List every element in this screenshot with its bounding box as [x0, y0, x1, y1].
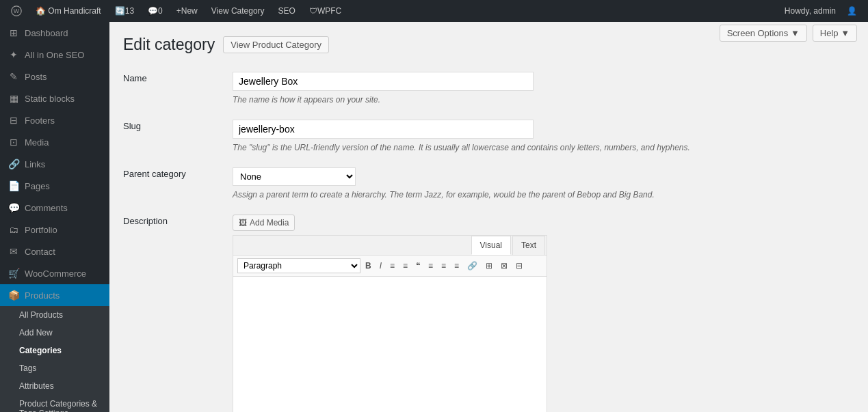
sidebar-item-links[interactable]: 🔗 Links: [0, 153, 109, 175]
edit-category-form: Name The name is how it appears on your …: [123, 65, 854, 412]
parent-category-row: Parent category None Assign a parent ter…: [123, 161, 854, 208]
products-submenu: All Products Add New Categories Tags Att…: [0, 306, 109, 412]
add-media-icon: 🖼: [239, 218, 247, 228]
description-editor: Visual Text Paragraph B I ≡: [233, 235, 547, 412]
sidebar-item-all-in-one-seo[interactable]: ✦ All in One SEO: [0, 44, 109, 66]
unordered-list-button[interactable]: ≡: [386, 259, 398, 273]
screen-options-button[interactable]: Screen Options ▼: [720, 25, 807, 42]
sidebar-item-static-blocks[interactable]: ▦ Static blocks: [0, 87, 109, 109]
products-icon: 📦: [8, 290, 19, 301]
footers-icon: ⊟: [8, 115, 19, 126]
align-right-button[interactable]: ≡: [451, 259, 462, 273]
parent-category-select[interactable]: None: [233, 167, 356, 186]
slug-description: The "slug" is the URL-friendly version o…: [233, 141, 854, 154]
name-row: Name The name is how it appears on your …: [123, 65, 854, 113]
comments-icon: 💬: [8, 202, 19, 213]
paragraph-select[interactable]: Paragraph: [237, 258, 360, 273]
contact-icon: ✉: [8, 246, 19, 257]
pages-icon: 📄: [8, 180, 19, 191]
adminbar-right: Howdy, admin 👤: [779, 6, 863, 16]
name-cell: The name is how it appears on your site.: [233, 65, 854, 113]
slug-input[interactable]: [233, 120, 534, 139]
sidebar-item-woocommerce[interactable]: 🛒 WooCommerce: [0, 262, 109, 284]
comments-link[interactable]: 💬 0: [142, 0, 168, 22]
link-button[interactable]: 🔗: [464, 259, 481, 273]
ordered-list-button[interactable]: ≡: [399, 259, 411, 273]
add-media-button[interactable]: 🖼 Add Media: [233, 215, 295, 231]
editor-toolbar: Paragraph B I ≡ ≡ ❝ ≡ ≡ ≡ 🔗: [233, 256, 547, 277]
seo-link[interactable]: SEO: [273, 0, 301, 22]
name-label: Name: [123, 65, 233, 113]
description-cell: 🖼 Add Media Visual Text: [233, 208, 854, 412]
name-input[interactable]: [233, 72, 534, 91]
align-center-button[interactable]: ≡: [438, 259, 449, 273]
fullscreen-button[interactable]: ⊟: [512, 259, 526, 273]
text-tab[interactable]: Text: [512, 236, 545, 255]
sidebar-item-portfolio[interactable]: 🗂 Portfolio: [0, 219, 109, 241]
more-button[interactable]: ⊠: [497, 259, 511, 273]
main-content: Screen Options ▼ Help ▼ Edit category Vi…: [109, 22, 868, 412]
sidebar-item-dashboard[interactable]: ⊞ Dashboard: [0, 22, 109, 44]
sidebar-item-posts[interactable]: ✎ Posts: [0, 66, 109, 87]
parent-category-description: Assign a parent term to create a hierarc…: [233, 189, 854, 201]
top-right-buttons: Screen Options ▼ Help ▼: [720, 25, 857, 42]
insert-table-button[interactable]: ⊞: [482, 259, 496, 273]
view-product-category-button[interactable]: View Product Category: [223, 36, 329, 53]
wp-logo[interactable]: W: [5, 0, 27, 22]
site-name[interactable]: 🏠 Om Handicraft: [30, 0, 107, 22]
woocommerce-icon: 🛒: [8, 268, 19, 279]
portfolio-icon: 🗂: [8, 224, 19, 235]
sidebar-item-footers[interactable]: ⊟ Footers: [0, 109, 109, 131]
editor-body[interactable]: [233, 277, 547, 412]
sidebar-item-pages[interactable]: 📄 Pages: [0, 175, 109, 197]
submenu-attributes[interactable]: Attributes: [0, 377, 109, 395]
blockquote-button[interactable]: ❝: [412, 259, 423, 273]
static-blocks-icon: ▦: [8, 93, 19, 104]
page-wrap: Edit category View Product Category Name…: [109, 22, 868, 412]
seo-icon: ✦: [8, 49, 19, 60]
media-icon: ⊡: [8, 137, 19, 148]
submenu-all-products[interactable]: All Products: [0, 306, 109, 324]
slug-row: Slug The "slug" is the URL-friendly vers…: [123, 113, 854, 161]
visual-tab[interactable]: Visual: [471, 236, 511, 255]
submenu-product-categories-tags-settings[interactable]: Product Categories & Tags Settings: [0, 395, 109, 412]
links-icon: 🔗: [8, 159, 19, 169]
sidebar-item-contact[interactable]: ✉ Contact: [0, 241, 109, 262]
dashboard-icon: ⊞: [8, 27, 19, 38]
slug-cell: The "slug" is the URL-friendly version o…: [233, 113, 854, 161]
bold-button[interactable]: B: [362, 259, 375, 273]
submenu-categories[interactable]: Categories: [0, 342, 109, 359]
description-row: Description 🖼 Add Media Visual Text: [123, 208, 854, 412]
italic-button[interactable]: I: [376, 259, 385, 273]
svg-text:W: W: [14, 8, 20, 14]
name-description: The name is how it appears on your site.: [233, 94, 854, 106]
parent-category-label: Parent category: [123, 161, 233, 208]
updates-link[interactable]: 🔄 13: [109, 0, 140, 22]
sidebar-item-comments[interactable]: 💬 Comments: [0, 197, 109, 219]
description-label: Description: [123, 208, 233, 412]
help-button[interactable]: Help ▼: [813, 25, 857, 42]
posts-icon: ✎: [8, 71, 19, 82]
align-left-button[interactable]: ≡: [425, 259, 436, 273]
adminbar-left: W 🏠 Om Handicraft 🔄 13 💬 0 + New View Ca…: [5, 0, 347, 22]
new-content-link[interactable]: + New: [171, 0, 203, 22]
sidebar-item-media[interactable]: ⊡ Media: [0, 131, 109, 153]
editor-tabs-bar: Visual Text: [233, 236, 547, 256]
wpfc-link[interactable]: 🛡 WPFC: [304, 0, 347, 22]
sidebar-item-products[interactable]: 📦 Products: [0, 284, 109, 306]
page-title: Edit category: [123, 36, 215, 54]
submenu-tags[interactable]: Tags: [0, 359, 109, 377]
slug-label: Slug: [123, 113, 233, 161]
admin-bar: W 🏠 Om Handicraft 🔄 13 💬 0 + New View Ca…: [0, 0, 868, 22]
submenu-add-new[interactable]: Add New: [0, 324, 109, 342]
view-category-link[interactable]: View Category: [206, 0, 270, 22]
parent-category-cell: None Assign a parent term to create a hi…: [233, 161, 854, 208]
sidebar: ⊞ Dashboard ✦ All in One SEO ✎ Posts ▦ S…: [0, 22, 109, 412]
